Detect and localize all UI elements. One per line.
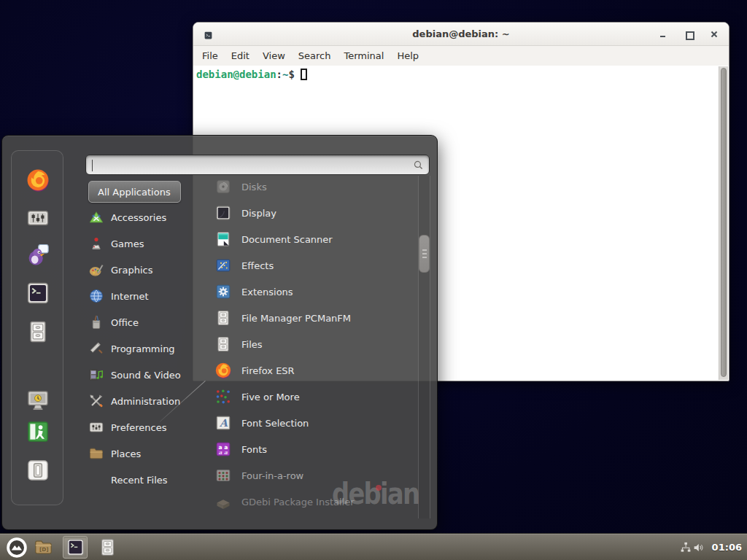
app-label: Five or More	[241, 392, 300, 402]
favorite-shutdown[interactable]	[26, 458, 50, 483]
category-sound-video[interactable]: Sound & Video	[88, 362, 181, 388]
firefox-icon	[214, 362, 232, 379]
five-or-more-icon	[214, 388, 232, 405]
file-manager-icon	[214, 309, 232, 327]
files-icon	[214, 335, 232, 353]
four-in-a-row-icon	[214, 467, 232, 484]
document-scanner-icon	[214, 230, 232, 248]
svg-text:[D]: [D]	[39, 546, 48, 553]
app-font-selection[interactable]: AFont Selection	[206, 410, 416, 436]
terminal-titlebar[interactable]: debian@debian: ~	[193, 23, 729, 46]
category-label: Places	[111, 448, 141, 459]
category-graphics[interactable]: Graphics	[88, 257, 152, 283]
category-label: Administration	[111, 396, 180, 407]
minimize-button[interactable]	[659, 30, 667, 39]
app-five-or-more[interactable]: Five or More	[206, 384, 416, 410]
app-label: Firefox ESR	[241, 365, 295, 376]
app-label: Display	[241, 208, 276, 219]
taskbar-folder-button[interactable]: [D]	[31, 536, 55, 559]
terminal-menu-view[interactable]: View	[256, 48, 292, 63]
tray-icons	[679, 541, 705, 554]
display-icon	[214, 204, 232, 222]
maximize-button[interactable]	[684, 30, 693, 39]
app-label: Font Selection	[241, 418, 309, 429]
disks-icon	[214, 178, 232, 195]
terminal-menu-file[interactable]: File	[196, 48, 225, 63]
favorite-firefox[interactable]	[26, 168, 50, 192]
app-gdebi-package-installer[interactable]: GDebi Package Installer	[206, 489, 416, 515]
terminal-title: debian@debian: ~	[193, 28, 729, 39]
app-document-scanner[interactable]: Document Scanner	[206, 226, 416, 252]
category-places[interactable]: Places	[88, 440, 141, 467]
app-effects[interactable]: Effects	[206, 252, 416, 279]
category-administration[interactable]: Administration	[88, 388, 180, 414]
category-programming[interactable]: Programming	[88, 335, 175, 362]
tray-volume[interactable]	[692, 541, 705, 554]
category-label: Sound & Video	[111, 370, 181, 381]
menu-logo-icon	[6, 537, 28, 559]
taskbar-menu-logo-button[interactable]	[4, 536, 29, 559]
close-button[interactable]	[710, 30, 719, 39]
taskbar-file-cabinet-button[interactable]	[95, 536, 120, 559]
category-internet[interactable]: Internet	[88, 283, 149, 309]
app-fonts[interactable]: a aa aFonts	[206, 436, 416, 462]
programming-icon	[88, 341, 104, 357]
category-label: Internet	[111, 291, 149, 302]
terminal-scrollbar[interactable]	[719, 66, 728, 380]
terminal-cursor	[301, 69, 307, 80]
shutdown-icon	[26, 458, 50, 483]
file-cabinet-icon	[98, 537, 117, 557]
app-disks[interactable]: Disks	[206, 174, 416, 200]
prompt-user-host: debian@debian	[196, 69, 276, 80]
app-label: File Manager PCManFM	[241, 313, 351, 324]
svg-text:A: A	[219, 417, 228, 429]
category-accessories[interactable]: Accessories	[88, 204, 166, 230]
terminal-menubar: FileEditViewSearchTerminalHelp	[193, 46, 729, 66]
app-file-manager-pcmanfm[interactable]: File Manager PCManFM	[206, 305, 416, 331]
window-controls	[659, 23, 719, 46]
terminal-menu-terminal[interactable]: Terminal	[337, 48, 390, 63]
terminal-icon	[26, 281, 50, 306]
system-tray: 01:06	[679, 534, 742, 560]
favorite-settings-sliders[interactable]	[26, 206, 50, 230]
favorite-file-cabinet[interactable]	[26, 319, 50, 344]
app-four-in-a-row[interactable]: Four-in-a-row	[206, 462, 416, 489]
taskbar-terminal-button[interactable]	[63, 536, 88, 559]
app-display[interactable]: Display	[206, 200, 416, 226]
favorite-pidgin[interactable]	[26, 242, 50, 267]
favorite-logout[interactable]	[26, 419, 50, 444]
tray-network[interactable]	[679, 541, 692, 554]
settings-sliders-icon	[26, 206, 50, 230]
apps-scrollbar-handle[interactable]	[419, 235, 430, 273]
terminal-menu-help[interactable]: Help	[390, 48, 425, 63]
font-selection-icon: A	[214, 414, 232, 432]
category-games[interactable]: Games	[88, 230, 144, 257]
screensaver-icon	[26, 388, 50, 413]
app-firefox-esr[interactable]: Firefox ESR	[206, 357, 416, 384]
gdebi-icon	[214, 493, 232, 510]
file-cabinet-icon	[26, 319, 50, 344]
terminal-menu-edit[interactable]: Edit	[225, 48, 256, 63]
apps-scrollbar-track[interactable]	[418, 176, 430, 518]
terminal-menu-search[interactable]: Search	[292, 48, 338, 63]
app-files[interactable]: Files	[206, 331, 416, 357]
app-label: Extensions	[241, 287, 293, 298]
favorite-screensaver[interactable]	[26, 388, 50, 413]
category-office[interactable]: Office	[88, 309, 139, 335]
category-all-applications[interactable]: All Applications	[88, 181, 181, 203]
app-extensions[interactable]: Extensions	[206, 279, 416, 305]
logout-icon	[26, 419, 50, 444]
category-label: Programming	[111, 343, 175, 354]
category-preferences[interactable]: Preferences	[88, 414, 166, 440]
category-list: All ApplicationsAccessoriesGamesGraphics…	[85, 136, 208, 529]
volume-icon	[692, 541, 705, 554]
app-label: Effects	[241, 260, 274, 271]
app-label: Fonts	[241, 444, 267, 455]
extensions-icon	[214, 283, 232, 300]
fonts-icon: a aa a	[214, 440, 232, 458]
terminal-scrollbar-handle[interactable]	[721, 68, 727, 377]
category-recent-files[interactable]: Recent Files	[88, 467, 168, 493]
favorite-terminal[interactable]	[26, 281, 50, 306]
application-list: DisksDisplayDocument ScannerEffectsExten…	[206, 136, 418, 529]
clock[interactable]: 01:06	[712, 542, 742, 553]
